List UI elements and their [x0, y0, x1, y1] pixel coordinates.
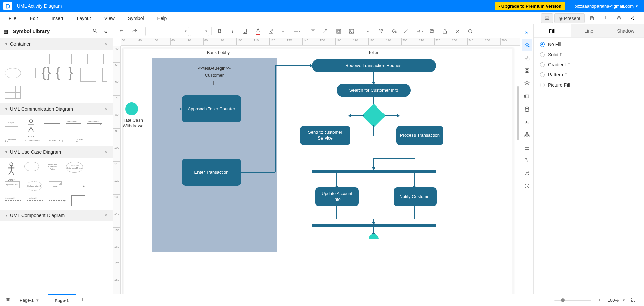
collapse-icon[interactable]: « [102, 28, 110, 34]
shape-actor[interactable]: Actor [24, 119, 38, 134]
grid-tool-icon[interactable] [522, 65, 532, 77]
zoom-slider[interactable] [554, 300, 591, 301]
line-style-tool[interactable] [400, 26, 412, 37]
fill-option-gradient[interactable]: Gradient Fill [540, 62, 638, 67]
shape-message-arrow[interactable]: Operation A() [66, 123, 81, 124]
edge-process-left[interactable] [373, 158, 415, 159]
shape-corner[interactable] [71, 195, 85, 206]
shape-boundary[interactable] [89, 162, 102, 172]
fill-option-solid[interactable]: Solid Fill [540, 52, 638, 57]
distribute-tool[interactable] [375, 26, 387, 37]
menu-view[interactable]: View [98, 16, 121, 21]
bold-button[interactable]: B [214, 26, 226, 37]
present-button[interactable]: ◉Present [554, 13, 585, 23]
shape-return-arrow-down[interactable]: ↓Operation A() [5, 138, 18, 142]
print-icon[interactable] [613, 13, 625, 23]
shape-assoc-line[interactable] [90, 186, 106, 186]
edge-decision-process[interactable] [385, 115, 398, 116]
shape-brace-left[interactable]: { [55, 68, 61, 78]
search-icon[interactable] [91, 28, 99, 34]
highlight-button[interactable] [265, 26, 277, 37]
italic-button[interactable]: I [226, 26, 239, 37]
search-tool[interactable] [464, 26, 477, 37]
shape-frame[interactable] [49, 54, 65, 64]
node-enter[interactable]: Enter Transaction [182, 159, 241, 186]
arrow-style-tool[interactable]: ▾ [413, 26, 425, 37]
join-bar-2[interactable] [312, 224, 436, 227]
database-icon[interactable] [522, 103, 532, 115]
category-header-component[interactable]: ▾UML Component Diagram× [0, 210, 113, 221]
connector-tool[interactable]: ▾ [320, 26, 332, 37]
canvas[interactable]: Bank Lobby Teller <<testAtBegin>> Custom… [121, 46, 520, 294]
close-icon[interactable]: × [104, 149, 108, 155]
container-tool[interactable] [333, 26, 345, 37]
add-page-button[interactable]: + [76, 297, 89, 304]
node-update[interactable]: Update Account Info [315, 187, 359, 206]
node-search[interactable]: Search for Customer Info [337, 84, 411, 97]
font-color-button[interactable]: A [252, 26, 264, 37]
shape-usecase-ellipse[interactable] [24, 162, 39, 171]
shape-message-arrow-2[interactable]: Operation A() [87, 123, 102, 124]
edge-bar-notify[interactable] [414, 173, 415, 186]
menu-symbol[interactable]: Symbol [121, 16, 151, 21]
shape-association-line[interactable] [44, 123, 60, 124]
edge-enter-to-receive[interactable] [275, 65, 311, 66]
edge-update-down[interactable] [336, 206, 337, 219]
fill-color-tool[interactable] [388, 26, 400, 37]
shape-return-arrow-up[interactable]: Operation A()↑ [49, 138, 68, 142]
zoom-out-button[interactable]: − [542, 298, 551, 303]
edge-merge-h[interactable] [336, 219, 414, 219]
font-family-select[interactable]: ▾ [145, 27, 189, 36]
shape-collaboration[interactable]: Collaboration X [26, 181, 42, 191]
shape-return-arrow-up-2[interactable]: ↑Operation A() [74, 138, 88, 142]
edge-enter-up[interactable] [275, 65, 276, 172]
save-icon[interactable] [586, 13, 598, 23]
page-tab[interactable]: Page-1 [48, 294, 76, 306]
zoom-in-button[interactable]: + [595, 298, 604, 303]
decision-node[interactable] [362, 104, 386, 128]
node-send[interactable]: Send to customer Service [300, 126, 350, 145]
edge-to-bar1[interactable] [373, 158, 374, 168]
shape-usecase-ellipse-ext[interactable]: Use CaseExtension Points [66, 162, 83, 173]
connector-icon[interactable] [522, 154, 532, 166]
shape-brace-pair[interactable]: {} [42, 68, 49, 78]
node-receive[interactable]: Receive Transaction Request [312, 59, 436, 72]
shape-dependency-arrow[interactable] [49, 200, 65, 201]
fill-tool-icon[interactable] [522, 39, 532, 51]
close-icon[interactable]: × [104, 212, 108, 218]
fill-option-none[interactable]: No Fill [540, 42, 638, 47]
shape-small-rect[interactable] [94, 54, 104, 64]
edge-receive-search[interactable] [373, 72, 374, 83]
pages-list-icon[interactable] [3, 297, 13, 303]
slideshow-button[interactable] [541, 13, 553, 23]
shape-extend-arrow[interactable]: <<extend>> [27, 200, 43, 201]
tab-fill[interactable]: Fill [534, 24, 571, 37]
lock-tool[interactable] [439, 26, 451, 37]
shape-note[interactable]: Note [49, 181, 62, 191]
component-icon[interactable] [522, 90, 532, 102]
layers-icon[interactable] [522, 78, 532, 90]
menu-file[interactable]: File [2, 16, 23, 21]
shape-include-arrow[interactable]: <<include>> [5, 200, 21, 201]
shape-assoc-arrow[interactable] [68, 186, 84, 186]
page-selector[interactable]: Page-1▾ [16, 294, 48, 306]
fullscreen-icon[interactable] [628, 297, 638, 303]
tab-shadow[interactable]: Shadow [607, 24, 644, 37]
undo-button[interactable] [116, 26, 128, 37]
edge-notify-down[interactable] [414, 206, 415, 219]
edge-start-approach[interactable] [138, 109, 180, 109]
align-h-button[interactable] [278, 26, 290, 37]
edge-to-bar2[interactable] [373, 219, 374, 223]
shape-tool-icon[interactable] [522, 52, 532, 64]
close-icon[interactable]: × [104, 106, 108, 112]
shape-object[interactable]: Object [5, 119, 18, 127]
settings-tool[interactable] [452, 26, 464, 37]
close-icon[interactable]: × [104, 41, 108, 47]
shape-ellipse[interactable] [5, 68, 21, 78]
start-node[interactable] [125, 102, 138, 115]
edge-decision-down[interactable] [373, 125, 374, 136]
node-process[interactable]: Process Transaction [396, 126, 443, 145]
shape-return-arrow-left[interactable]: ←Operation A() [24, 138, 43, 142]
shape-grid[interactable] [5, 86, 21, 99]
scrollbar-vertical[interactable] [517, 86, 519, 140]
